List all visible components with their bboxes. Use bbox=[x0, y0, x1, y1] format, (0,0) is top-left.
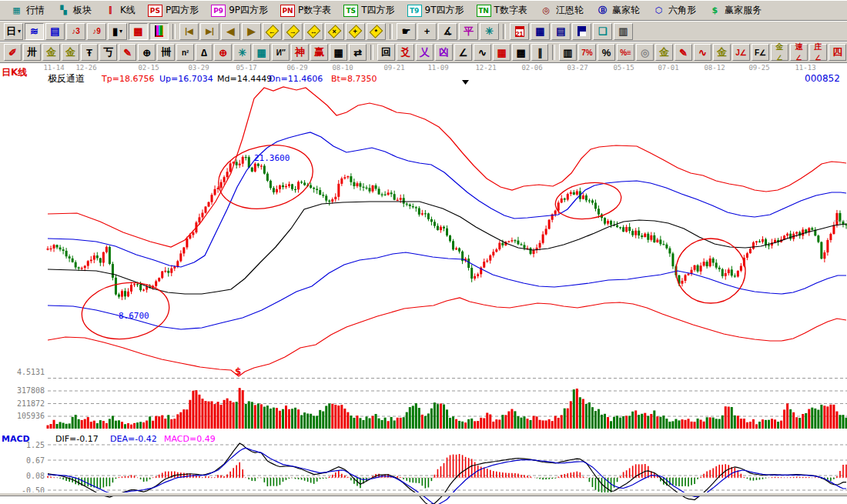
tally-ruler-button[interactable]: 卌 bbox=[157, 44, 175, 61]
f-angle-button[interactable]: F∠ bbox=[752, 44, 769, 61]
ying-tool-button[interactable]: 赢 bbox=[310, 44, 328, 61]
toolbar-item-winner-service[interactable]: $赢家服务 bbox=[703, 3, 767, 18]
gold-angle-button[interactable]: 金∠ bbox=[771, 44, 788, 61]
shen-tool-button[interactable]: 神 bbox=[291, 44, 309, 61]
wave-marker-button[interactable]: И″ bbox=[272, 44, 290, 61]
diamond-move-button[interactable]: * bbox=[367, 23, 386, 40]
toolbar-item-kline[interactable]: ⫿K线 bbox=[99, 3, 141, 18]
hand-tool-button[interactable]: ☛ bbox=[397, 23, 416, 40]
diamond-expand-button[interactable]: + bbox=[346, 23, 365, 40]
diamond-shift-left-button[interactable]: ← bbox=[263, 23, 282, 40]
n-squared-button[interactable]: n² bbox=[176, 44, 194, 61]
crosshair-tool-button[interactable]: + bbox=[417, 23, 437, 40]
network-tool-icon: ❑ bbox=[598, 25, 608, 37]
zhuang-angle-icon: 庄∠ bbox=[815, 42, 822, 63]
gold-mark-button[interactable]: 金 bbox=[713, 44, 731, 61]
diamond-compress-button[interactable]: × bbox=[325, 23, 344, 40]
angle-ruler-button[interactable]: ∆ bbox=[196, 44, 213, 61]
toolbar-item-9p-square[interactable]: P99P四方形 bbox=[206, 3, 273, 18]
wheel-icon: ◎ bbox=[540, 5, 553, 16]
toolbar-item-p-number-table[interactable]: PNP数字表 bbox=[275, 3, 336, 18]
diamond-shift-right-button[interactable]: → bbox=[283, 23, 303, 40]
wave-lines-button[interactable]: ∿ bbox=[474, 44, 491, 61]
prev-bar-button[interactable]: ◀ bbox=[221, 23, 240, 40]
toolbar-item-sectors[interactable]: ▚板块 bbox=[52, 3, 97, 18]
computer-tool-button[interactable]: ▥ bbox=[614, 23, 633, 40]
price-table-button[interactable]: ▥ bbox=[559, 44, 577, 61]
toolbar-item-p-square[interactable]: PSP四方形 bbox=[142, 3, 204, 18]
f-ruler-button[interactable]: Ŧ bbox=[81, 44, 98, 61]
toolbar-item-market-quotes[interactable]: ▦行情 bbox=[5, 3, 50, 18]
trend-tool-button[interactable]: ≋ bbox=[25, 23, 44, 40]
wave-3-button[interactable]: ♪3 bbox=[66, 23, 85, 40]
grid-black-button[interactable]: ▩ bbox=[512, 44, 530, 61]
wave-9-button[interactable]: ♪9 bbox=[87, 23, 106, 40]
calculator-tool-button[interactable]: ▦ bbox=[531, 23, 550, 40]
gold-ruler-2-icon: 金 bbox=[65, 45, 75, 59]
info-doc-button[interactable]: ▤ bbox=[45, 23, 65, 40]
wave-gold-button[interactable]: ∿ bbox=[694, 44, 711, 61]
pattern-tool-button[interactable]: ▩ bbox=[129, 23, 148, 40]
gold-ruler-2-button[interactable]: 金 bbox=[62, 44, 79, 61]
web-tool-button[interactable]: ✳ bbox=[480, 23, 499, 40]
grid-red-button[interactable]: ▦ bbox=[493, 44, 511, 61]
fan-grid-icon: 凶 bbox=[439, 45, 449, 59]
zhuang-angle-button[interactable]: 庄∠ bbox=[809, 44, 827, 61]
chart-canvas[interactable]: 11-1412-2602-1503-2905-1706-2908-1009-21… bbox=[0, 63, 847, 504]
percent-button[interactable]: % bbox=[598, 44, 615, 61]
angle-line-tool-button[interactable]: ∡ bbox=[438, 23, 457, 40]
hook-tool-button[interactable]: 丂 bbox=[99, 44, 117, 61]
next-bar-button[interactable]: ▶ bbox=[242, 23, 261, 40]
candle-style-combo-button[interactable]: ▮▾ bbox=[108, 23, 127, 40]
box-grid-button[interactable]: 回 bbox=[377, 44, 395, 61]
toolbar-item-label: 9P四方形 bbox=[229, 4, 268, 17]
toolbar-item-gann-wheel[interactable]: ◎江恩轮 bbox=[534, 3, 589, 18]
toolbar-item-winner-wheel[interactable]: Ⓑ赢家轮 bbox=[591, 3, 645, 18]
network-tool-button[interactable]: ❑ bbox=[593, 23, 612, 40]
tn-badge-icon: TN bbox=[477, 5, 491, 17]
diamond-expand-h-button[interactable]: ↔ bbox=[304, 23, 323, 40]
seven-percent-button[interactable]: 7% bbox=[578, 44, 596, 61]
circle-ruler-button[interactable]: ⊕ bbox=[138, 44, 156, 61]
j-angle-button[interactable]: J∠ bbox=[732, 44, 750, 61]
number-grid-button[interactable]: ▦ bbox=[330, 44, 347, 61]
wave-marker-icon: И″ bbox=[276, 48, 286, 57]
calendar-tool-button[interactable]: 21 bbox=[510, 23, 529, 40]
gann-glyph-tool-button[interactable]: 平 bbox=[459, 23, 478, 40]
span-arrows-button[interactable]: ⇄ bbox=[349, 44, 367, 61]
toolbar-item-9t-square[interactable]: T99T四方形 bbox=[402, 3, 470, 18]
speed-angle-button[interactable]: 速∠ bbox=[790, 44, 808, 61]
fan-grid-button[interactable]: 凶 bbox=[435, 44, 453, 61]
fan-purple-button[interactable]: 乂 bbox=[416, 44, 434, 61]
web-grid-button[interactable]: ▦ bbox=[253, 44, 270, 61]
notes-tool-button[interactable]: ▤ bbox=[551, 23, 571, 40]
pen-red-button[interactable]: ✎ bbox=[119, 44, 136, 61]
toolbar-item-t-square[interactable]: TST四方形 bbox=[338, 3, 400, 18]
star-web-button[interactable]: ✳ bbox=[233, 44, 251, 61]
color-chart-tool-button[interactable] bbox=[149, 23, 169, 40]
four-square-button[interactable]: 四 bbox=[829, 44, 846, 61]
brush-red-button[interactable]: ✐ bbox=[4, 44, 22, 61]
goto-first-icon: |◀ bbox=[185, 27, 193, 35]
angle-lines-button[interactable]: ∠ bbox=[454, 44, 472, 61]
gold-circle-button[interactable]: ◎ bbox=[636, 44, 654, 61]
toolbar-item-hexagon[interactable]: ⬡六角形 bbox=[647, 3, 701, 18]
fan-red-button[interactable]: 爻 bbox=[397, 44, 414, 61]
parallel-lines-button[interactable]: ∥ bbox=[531, 44, 548, 61]
goto-last-button[interactable]: ▶| bbox=[200, 23, 219, 40]
crosshair-red-button[interactable]: ⊕ bbox=[214, 44, 232, 61]
toolbar-item-t-number-table[interactable]: TNT数字表 bbox=[471, 3, 533, 18]
pen-note-button[interactable]: ✎ bbox=[675, 44, 692, 61]
gold-lines-button[interactable]: 金 bbox=[655, 44, 673, 61]
percent-icon: % bbox=[602, 47, 611, 58]
time-ruler-button[interactable]: 卅 bbox=[23, 44, 41, 61]
svg-text:211872: 211872 bbox=[17, 399, 45, 408]
save-tool-button[interactable] bbox=[572, 23, 591, 40]
goto-first-button[interactable]: |◀ bbox=[179, 23, 199, 40]
pane-separator[interactable] bbox=[0, 492, 847, 496]
gold-ruler-1-button[interactable]: 金 bbox=[42, 44, 60, 61]
period-day-combo-button[interactable]: 日▾ bbox=[4, 23, 23, 40]
wave-gold-icon: ∿ bbox=[698, 47, 707, 58]
svg-text:4.5131: 4.5131 bbox=[17, 368, 45, 376]
percent-lines-button[interactable]: %≡ bbox=[617, 44, 634, 61]
